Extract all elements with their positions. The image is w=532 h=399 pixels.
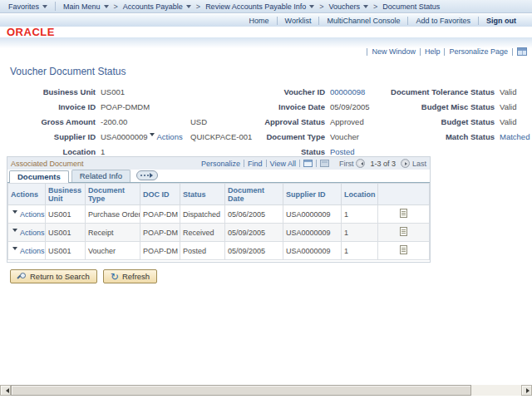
divider [316,160,317,167]
view-document-icon[interactable] [400,209,407,218]
add-to-favorites-link[interactable]: Add to Favorites [408,17,478,25]
column-header-business-unit: Business Unit [46,184,86,205]
oracle-logo: ORACLE [7,26,55,38]
horizontal-scrollbar[interactable] [0,385,532,396]
help-link[interactable]: Help [421,47,445,56]
doc-tolerance-status-value: Valid [500,87,530,96]
associated-document-groupbox: Associated Document Personalize Find Vie… [7,156,431,263]
new-window-link[interactable]: New Window [367,47,420,56]
voucher-summary-right: Document Tolerance Status Valid Budget M… [370,84,530,144]
column-header-doc-id: DOC ID [140,184,180,205]
personalize-link[interactable]: Personalize [201,160,240,168]
tab-related-info[interactable]: Related Info [71,170,131,182]
previous-page-icon[interactable] [356,159,365,168]
view-document-icon[interactable] [400,245,407,254]
main-menu-label: Main Menu [63,2,101,11]
divider [244,160,244,167]
scroll-right-button[interactable] [521,385,532,396]
breadcrumb-item-vouchers[interactable]: Vouchers [325,2,372,11]
actions-dropdown-icon[interactable] [150,133,155,139]
invoice-date-value: 05/09/2005 [330,102,370,111]
table-row: Actions US001 Purchase Order POAP-DM Dis… [8,205,430,224]
cell-actions: Actions [8,205,46,224]
home-link[interactable]: Home [242,17,277,25]
right-arrow-icon [526,388,532,393]
application-window: Favorites Main Menu > Accounts Payable >… [0,0,532,399]
invoice-id-label: Invoice ID [18,102,96,111]
actions-dropdown-icon[interactable] [12,247,17,253]
show-all-columns-icon[interactable] [136,170,158,180]
return-to-search-button[interactable]: Return to Search [10,269,97,283]
supplier-actions-link[interactable]: Actions [157,132,183,141]
grid-pager: First 1-3 of 3 Last [339,159,426,168]
favorites-menu[interactable]: Favorites [5,2,51,11]
cell-document-date: 05/09/2005 [225,242,283,260]
status-link[interactable]: Posted [330,147,370,156]
voucher-summary-left: Business Unit US001 Invoice ID POAP-DMDM… [18,84,252,159]
search-return-icon [17,272,27,281]
cell-supplier-id: USA0000009 [283,242,342,260]
budget-status-value: Valid [500,117,530,126]
cell-status: Received [180,224,225,242]
personalize-page-link[interactable]: Personalize Page [445,47,512,56]
approval-status-value: Approved [330,117,370,126]
view-all-link[interactable]: View All [270,160,296,168]
refresh-icon: ↻ [111,273,119,281]
status-label: Status [235,147,325,156]
row-actions-link[interactable]: Actions [20,229,45,237]
row-actions-link[interactable]: Actions [20,247,45,255]
doc-tolerance-status-label: Document Tolerance Status [370,87,495,96]
supplier-id-label: Supplier ID [18,132,96,141]
cell-business-unit: US001 [46,205,86,224]
page-layout-icon[interactable] [517,47,527,56]
next-page-icon[interactable] [401,159,410,168]
row-actions-link[interactable]: Actions [20,210,45,219]
groupbox-title: Associated Document [11,160,84,168]
breadcrumb: Favorites Main Menu > Accounts Payable >… [0,0,532,13]
cell-business-unit: US001 [46,242,86,260]
column-header-document-type: Document Type [86,184,140,205]
column-header-supplier-id: Supplier ID [283,184,342,205]
breadcrumb-item-review-ap-info[interactable]: Review Accounts Payable Info [202,2,318,11]
multichannel-console-link[interactable]: MultiChannel Console [319,17,407,25]
voucher-id-link[interactable]: 00000098 [330,87,370,96]
cell-business-unit: US001 [46,224,86,242]
cell-status: Dispatched [180,205,225,224]
column-header-view [378,184,430,205]
find-link[interactable]: Find [248,160,263,168]
pager-first-label[interactable]: First [339,160,354,168]
doc-id-link[interactable]: POAP-DM [140,224,180,242]
table-row: Actions US001 Receipt POAP-DM Received 0… [8,224,430,242]
favorites-label: Favorites [8,2,39,11]
groupbox-header: Associated Document Personalize Find Vie… [7,157,430,170]
breadcrumb-item-accounts-payable[interactable]: Accounts Payable [120,2,195,11]
breadcrumb-item-document-status: Document Status [379,2,443,11]
view-document-icon[interactable] [400,227,407,236]
actions-dropdown-icon[interactable] [12,229,17,234]
chevron-down-icon [309,5,314,11]
utility-nav: Home Worklist MultiChannel Console Add t… [0,14,532,27]
chevron-down-icon [42,5,47,11]
document-type-value: Voucher [330,132,370,141]
tab-documents[interactable]: Documents [9,170,69,183]
download-icon[interactable] [320,160,329,167]
scrollbar-thumb[interactable] [11,385,471,396]
zoom-grid-icon[interactable] [303,160,313,167]
refresh-button[interactable]: ↻ Refresh [103,269,157,283]
breadcrumb-separator: > [373,2,377,11]
scroll-left-button[interactable] [0,385,11,396]
actions-dropdown-icon[interactable] [12,210,17,216]
doc-id-link[interactable]: POAP-DM [140,242,180,260]
match-status-link[interactable]: Matched [500,132,530,141]
cell-document-type: Purchase Order [86,205,140,224]
business-unit-value: US001 [101,87,185,96]
cell-document-type: Receipt [86,224,140,242]
main-menu[interactable]: Main Menu [60,2,112,11]
breadcrumb-label: Vouchers [328,2,360,11]
sign-out-link[interactable]: Sign out [479,17,524,25]
doc-id-link[interactable]: POAP-DM [140,205,180,224]
worklist-link[interactable]: Worklist [278,17,319,25]
cell-location: 1 [342,242,378,260]
pager-last-label[interactable]: Last [412,160,426,168]
voucher-id-label: Voucher ID [235,87,325,96]
